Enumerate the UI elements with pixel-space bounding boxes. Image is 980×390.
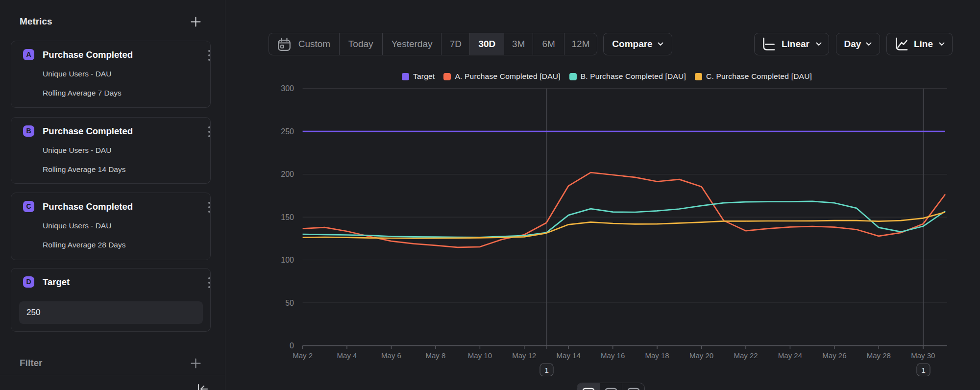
svg-text:May 10: May 10 [468, 351, 492, 360]
svg-text:May 26: May 26 [822, 351, 846, 360]
svg-text:May 22: May 22 [734, 351, 758, 360]
svg-text:May 4: May 4 [337, 351, 357, 360]
svg-text:May 28: May 28 [867, 351, 891, 360]
svg-text:May 18: May 18 [645, 351, 669, 360]
svg-text:May 12: May 12 [512, 351, 536, 360]
svg-text:May 2: May 2 [293, 351, 313, 360]
svg-text:May 8: May 8 [425, 351, 445, 360]
svg-text:100: 100 [281, 256, 294, 264]
svg-text:May 14: May 14 [557, 351, 581, 360]
svg-text:1: 1 [544, 366, 549, 374]
svg-text:May 30: May 30 [911, 351, 935, 360]
svg-text:1: 1 [921, 366, 926, 374]
svg-text:150: 150 [281, 213, 294, 221]
svg-text:May 16: May 16 [601, 351, 625, 360]
svg-text:200: 200 [281, 170, 294, 178]
svg-text:May 24: May 24 [778, 351, 802, 360]
svg-text:300: 300 [281, 84, 294, 93]
svg-text:0: 0 [290, 341, 294, 350]
svg-text:250: 250 [281, 127, 294, 136]
svg-text:May 20: May 20 [689, 351, 713, 360]
svg-text:50: 50 [285, 299, 294, 307]
svg-text:May 6: May 6 [381, 351, 401, 360]
